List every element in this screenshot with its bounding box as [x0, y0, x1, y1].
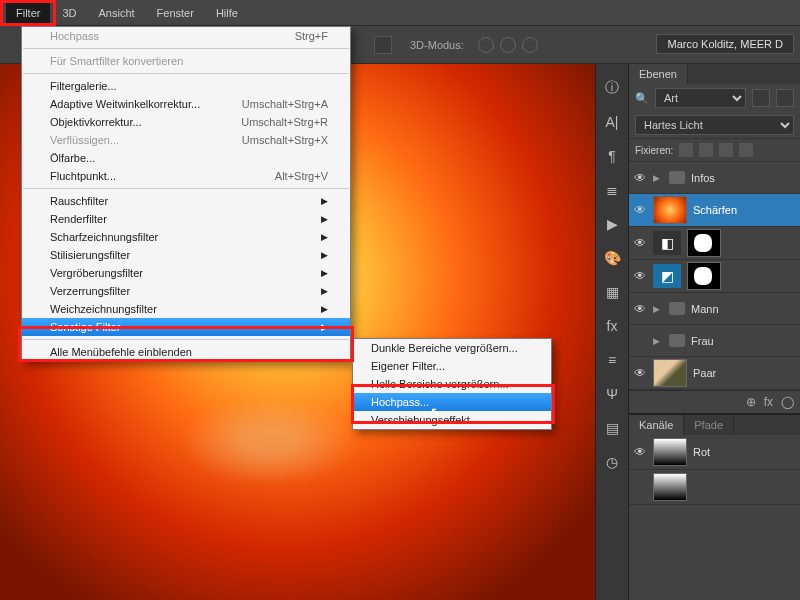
- lock-row: Fixieren:: [629, 138, 800, 162]
- document-title[interactable]: Marco Kolditz, MEER D: [656, 34, 794, 54]
- info-icon[interactable]: ⓘ: [602, 78, 622, 98]
- grid-icon[interactable]: [374, 36, 392, 54]
- lock-all-icon[interactable]: [739, 143, 753, 157]
- other-filters-submenu: Dunkle Bereiche vergrößern... Eigener Fi…: [352, 338, 552, 430]
- menu-stylize[interactable]: Stilisierungsfilter▶: [22, 246, 350, 264]
- chevron-right-icon[interactable]: ▶: [653, 336, 663, 346]
- fork-icon[interactable]: Ψ: [602, 384, 622, 404]
- collapsed-panel-dock: ⓘ A| ¶ ≣ ▶ 🎨 ▦ fx ≡ Ψ ▤ ◷: [595, 64, 628, 600]
- tab-channels[interactable]: Kanäle: [629, 415, 684, 435]
- menu-lens-correction[interactable]: Objektivkorrektur...Umschalt+Strg+R: [22, 113, 350, 131]
- layer-mask-thumb[interactable]: [687, 262, 721, 290]
- channel-thumb[interactable]: [653, 438, 687, 466]
- layers-footer: ⊕ fx ◯: [629, 390, 800, 413]
- menu-render[interactable]: Renderfilter▶: [22, 210, 350, 228]
- menu-window[interactable]: Fenster: [147, 3, 204, 23]
- menu-pixelate[interactable]: Vergröberungsfilter▶: [22, 264, 350, 282]
- lock-pixels-icon[interactable]: [699, 143, 713, 157]
- layer-group-infos[interactable]: 👁 ▶ Infos: [629, 162, 800, 194]
- visibility-icon[interactable]: 👁: [633, 269, 647, 283]
- history-icon[interactable]: ▶: [602, 214, 622, 234]
- tab-layers[interactable]: Ebenen: [629, 64, 688, 84]
- roll-icon[interactable]: [522, 37, 538, 53]
- folder-icon: [669, 302, 685, 315]
- layer-schaerfen[interactable]: 👁 Schärfen: [629, 194, 800, 227]
- layer-thumbnail[interactable]: [653, 196, 687, 224]
- menu-last-filter[interactable]: HochpassStrg+F: [22, 27, 350, 45]
- fx-icon[interactable]: fx: [602, 316, 622, 336]
- submenu-highpass[interactable]: Hochpass...: [353, 393, 551, 411]
- link-icon[interactable]: ⊕: [746, 395, 756, 409]
- submenu-minimum[interactable]: Dunkle Bereiche vergrößern...: [353, 339, 551, 357]
- menu-show-all[interactable]: Alle Menübefehle einblenden: [22, 343, 350, 361]
- paragraph-icon[interactable]: ¶: [602, 146, 622, 166]
- search-icon[interactable]: 🔍: [635, 92, 649, 105]
- lock-transparency-icon[interactable]: [679, 143, 693, 157]
- layer-group-mann[interactable]: 👁 ▶ Mann: [629, 293, 800, 325]
- visibility-icon[interactable]: [633, 480, 647, 494]
- folder-icon: [669, 334, 685, 347]
- layer-mask-thumb[interactable]: [687, 229, 721, 257]
- menu-view[interactable]: Ansicht: [89, 3, 145, 23]
- menu-vanishing-point[interactable]: Fluchtpunkt...Alt+Strg+V: [22, 167, 350, 185]
- layer-thumbnail[interactable]: [653, 359, 687, 387]
- styles-icon[interactable]: ▦: [602, 282, 622, 302]
- menu-noise[interactable]: Rauschfilter▶: [22, 192, 350, 210]
- pan-icon[interactable]: [500, 37, 516, 53]
- layer-adjustment-2[interactable]: 👁 ◩: [629, 260, 800, 293]
- menu-other[interactable]: Sonstige Filter▶: [22, 318, 350, 336]
- filter-type-select[interactable]: Art: [655, 88, 746, 108]
- orbit-icon[interactable]: [478, 37, 494, 53]
- visibility-icon[interactable]: 👁: [633, 236, 647, 250]
- menu-adaptive-wide[interactable]: Adaptive Weitwinkelkorrektur...Umschalt+…: [22, 95, 350, 113]
- visibility-icon[interactable]: 👁: [633, 203, 647, 217]
- blend-mode-select[interactable]: Hartes Licht: [635, 115, 794, 135]
- chevron-right-icon[interactable]: ▶: [653, 173, 663, 183]
- adjustment-icon[interactable]: ◩: [653, 264, 681, 288]
- tune-icon[interactable]: ≡: [602, 350, 622, 370]
- lock-label: Fixieren:: [635, 145, 673, 156]
- menubar: Filter 3D Ansicht Fenster Hilfe: [0, 0, 800, 26]
- stack-icon[interactable]: ▤: [602, 418, 622, 438]
- menu-convert-smart[interactable]: Für Smartfilter konvertieren: [22, 52, 350, 70]
- menu-blur[interactable]: Weichzeichnungsfilter▶: [22, 300, 350, 318]
- clock-icon[interactable]: ◷: [602, 452, 622, 472]
- visibility-icon[interactable]: [633, 334, 647, 348]
- layers-panel-tabs: Ebenen: [629, 64, 800, 84]
- menu-filter[interactable]: Filter: [6, 3, 50, 23]
- submenu-custom[interactable]: Eigener Filter...: [353, 357, 551, 375]
- visibility-icon[interactable]: 👁: [633, 366, 647, 380]
- fx-icon[interactable]: fx: [764, 395, 773, 409]
- tab-paths[interactable]: Pfade: [684, 415, 734, 435]
- channel-thumb[interactable]: [653, 473, 687, 501]
- visibility-icon[interactable]: 👁: [633, 171, 647, 185]
- filter-pixel-icon[interactable]: [752, 89, 770, 107]
- mask-icon[interactable]: ◯: [781, 395, 794, 409]
- menu-3d[interactable]: 3D: [52, 3, 86, 23]
- menu-help[interactable]: Hilfe: [206, 3, 248, 23]
- adjustment-icon[interactable]: ◧: [653, 231, 681, 255]
- layer-group-frau[interactable]: ▶ Frau: [629, 325, 800, 357]
- menu-oil-paint[interactable]: Ölfarbe...: [22, 149, 350, 167]
- menu-distort[interactable]: Verzerrungsfilter▶: [22, 282, 350, 300]
- submenu-maximum[interactable]: Helle Bereiche vergrößern...: [353, 375, 551, 393]
- filter-menu-dropdown: HochpassStrg+F Für Smartfilter konvertie…: [21, 26, 351, 362]
- channel-row[interactable]: [629, 470, 800, 505]
- adjust-icon[interactable]: ≣: [602, 180, 622, 200]
- visibility-icon[interactable]: 👁: [633, 445, 647, 459]
- swatches-icon[interactable]: 🎨: [602, 248, 622, 268]
- lock-position-icon[interactable]: [719, 143, 733, 157]
- menu-sharpen[interactable]: Scharfzeichnungsfilter▶: [22, 228, 350, 246]
- folder-icon: [669, 171, 685, 184]
- channel-row[interactable]: 👁 Rot: [629, 435, 800, 470]
- layer-paar[interactable]: 👁 Paar: [629, 357, 800, 390]
- chevron-right-icon[interactable]: ▶: [653, 304, 663, 314]
- submenu-offset[interactable]: Verschiebungseffekt...: [353, 411, 551, 429]
- filter-adj-icon[interactable]: [776, 89, 794, 107]
- type-icon[interactable]: A|: [602, 112, 622, 132]
- visibility-icon[interactable]: 👁: [633, 302, 647, 316]
- menu-filter-gallery[interactable]: Filtergalerie...: [22, 77, 350, 95]
- menu-liquify[interactable]: Verflüssigen...Umschalt+Strg+X: [22, 131, 350, 149]
- panels: Ebenen 🔍 Art Hartes Licht Fixieren: 👁 ▶ …: [628, 64, 800, 600]
- layer-adjustment-1[interactable]: 👁 ◧: [629, 227, 800, 260]
